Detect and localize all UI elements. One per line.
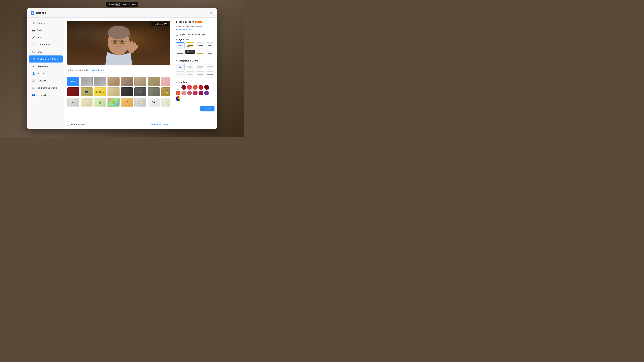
eyebrow-eb7-shape <box>197 53 203 54</box>
filter-red[interactable] <box>67 87 79 96</box>
sidebar-item-accessibility[interactable]: ♿ Accessibility <box>29 91 63 98</box>
filter-livingroom[interactable] <box>121 77 133 86</box>
lip-color-mauve[interactable] <box>187 91 192 95</box>
filter-cross[interactable]: ✛ <box>134 87 146 96</box>
filter-dark[interactable] <box>121 87 133 96</box>
filter-none[interactable]: None <box>67 77 79 86</box>
chat-icon: 💬 <box>32 50 36 54</box>
eyebrow-eb4[interactable] <box>206 42 214 49</box>
apply-checkbox-input[interactable] <box>176 33 178 35</box>
profile-icon: 👤 <box>32 71 36 75</box>
eyebrows-section-header[interactable]: ▼ Eyebrows <box>176 38 214 41</box>
filters-section: None 🏠 🏠 <box>67 75 170 119</box>
statistics-icon: 📊 <box>32 79 36 82</box>
mustache-ms2-shape <box>197 66 204 68</box>
sidebar-item-keyboard-shortcuts[interactable]: ⌨️ Keyboard Shortcuts <box>29 84 63 91</box>
eyebrow-arch[interactable]: Alt Arch <box>186 42 194 49</box>
sidebar-item-audio[interactable]: 🎤 Audio <box>29 34 63 41</box>
lip-color-purple[interactable] <box>204 91 209 95</box>
sidebar-item-video[interactable]: 📷 Video <box>29 27 63 34</box>
esc-tooltip-press: Press <box>108 3 114 5</box>
lip-color-true-red[interactable] <box>198 85 203 90</box>
filter-panda[interactable]: 🐼 <box>148 98 160 107</box>
esc-tooltip: Press Esc to exit full screen <box>106 2 138 7</box>
background-filters-icon: 🖼 <box>32 57 36 61</box>
mustache-ms1[interactable] <box>186 64 194 70</box>
eyebrow-eb7[interactable] <box>196 50 204 57</box>
filter-office[interactable] <box>108 77 120 86</box>
tab-virtual-backgrounds[interactable]: Virtual Backgrounds <box>67 67 88 73</box>
filter-huh[interactable]: Huh? <box>67 98 79 107</box>
esc-tooltip-suffix: to exit full screen <box>120 3 136 5</box>
lip-color-chevron: ▼ <box>176 81 178 83</box>
filter-cartoon[interactable]: 🌿 <box>94 98 106 107</box>
filter-blur[interactable]: 🏠 <box>81 77 93 86</box>
lip-color-rainbow[interactable] <box>176 96 180 101</box>
lip-color-section-header[interactable]: ▼ Lip Color <box>176 81 214 83</box>
lip-color-orange[interactable] <box>176 91 180 95</box>
sidebar-label-recording: Recording <box>38 65 48 67</box>
filter-tv[interactable]: 📺 <box>81 87 93 96</box>
mustache-ms3-shape <box>206 66 213 68</box>
close-dialog-button[interactable]: ✕ <box>209 10 214 15</box>
lip-color-wine[interactable] <box>198 91 203 95</box>
mustache-ms7-shape <box>207 74 213 75</box>
mustache-ms5[interactable] <box>186 71 194 78</box>
eyebrow-eb6[interactable] <box>186 50 194 57</box>
tabs: Virtual Backgrounds Video Filters <box>67 67 170 73</box>
mustache-ms4-shape <box>178 74 183 75</box>
mustache-ms4[interactable] <box>176 71 184 78</box>
lip-colors-container <box>176 85 214 101</box>
mustache-ms6[interactable] <box>196 71 204 78</box>
eyebrow-eb3[interactable] <box>196 42 204 49</box>
lip-color-none[interactable] <box>176 85 180 90</box>
mustache-section-header[interactable]: ▼ Mustache & Beard <box>176 59 214 62</box>
filter-desk[interactable] <box>148 77 160 86</box>
apply-checkbox-container[interactable]: Apply to all future meetings <box>176 33 214 35</box>
studio-effects-link[interactable]: Studio Effects (Beta) <box>150 123 170 126</box>
sidebar-label-keyboard-shortcuts: Keyboard Shortcuts <box>38 87 57 89</box>
lip-color-dark-red[interactable] <box>182 85 186 90</box>
filter-shelf[interactable] <box>134 77 146 86</box>
dialog-body: ⚙️ General 📷 Video 🎤 Audio 🖥 Share Scree… <box>27 17 217 129</box>
sidebar-item-recording[interactable]: ⏺ Recording <box>29 63 63 70</box>
filter-rainbow[interactable]: 🌈 <box>108 98 120 107</box>
lip-color-light-pink[interactable] <box>182 91 186 95</box>
eyebrow-none[interactable]: None <box>176 42 184 49</box>
sidebar-label-video: Video <box>38 29 43 31</box>
tab-video-filters[interactable]: Video Filters <box>92 67 105 73</box>
lip-color-dark-maroon[interactable] <box>204 85 209 90</box>
mirror-label[interactable]: Mirror my video <box>67 123 86 126</box>
filter-mask[interactable]: 😷 <box>134 98 146 107</box>
mustache-ms3[interactable] <box>206 64 214 70</box>
mustache-ms7[interactable] <box>206 71 214 78</box>
mustache-ms2[interactable] <box>196 64 204 70</box>
filter-blur2[interactable]: 🏠 <box>94 77 106 86</box>
mirror-checkbox[interactable] <box>67 123 70 126</box>
eyebrow-eb8[interactable] <box>206 50 214 57</box>
sidebar-item-profile[interactable]: 👤 Profile <box>29 70 63 77</box>
lip-color-berry[interactable] <box>193 91 198 95</box>
filter-dots[interactable] <box>108 87 120 96</box>
app-icon <box>31 11 34 14</box>
eyebrow-eb6-shape <box>187 53 193 54</box>
mustache-none[interactable]: None <box>176 64 184 70</box>
sidebar-item-background-filters[interactable]: 🖼 Background & Filters <box>29 55 63 62</box>
rotate-button[interactable]: ↻ ⟳ Rotate 90° <box>151 22 168 26</box>
lip-color-orange-red[interactable] <box>193 85 198 90</box>
filter-pizza[interactable]: 🍕 <box>121 98 133 107</box>
filters-grid: None 🏠 🏠 <box>67 75 170 108</box>
eyebrow-eb5[interactable] <box>176 50 184 57</box>
sidebar-item-statistics[interactable]: 📊 Statistics <box>29 77 63 84</box>
filter-pink[interactable] <box>161 77 170 86</box>
filter-emoji[interactable]: 😊😊😊 <box>94 87 106 96</box>
studio-close-button[interactable]: Close <box>200 106 214 111</box>
sidebar-item-general[interactable]: ⚙️ General <box>29 19 63 26</box>
filter-badge[interactable]: 🏅 <box>161 87 170 96</box>
filter-eyes1[interactable]: 👀 <box>81 98 93 107</box>
filter-star[interactable]: ⭐ <box>161 98 170 107</box>
filter-monitor[interactable]: 🖥 <box>148 87 160 96</box>
sidebar-item-chat[interactable]: 💬 Chat <box>29 48 63 55</box>
sidebar-item-share-screen[interactable]: 🖥 Share Screen <box>29 41 63 48</box>
lip-color-pink-red[interactable] <box>187 85 192 90</box>
